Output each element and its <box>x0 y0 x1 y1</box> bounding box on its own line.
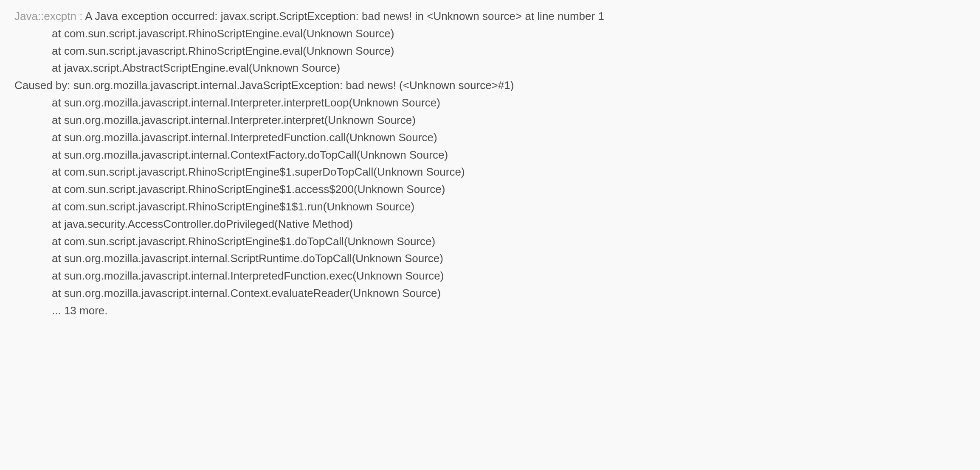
stack-frame: at sun.org.mozilla.javascript.internal.I… <box>14 112 966 129</box>
stack-frame: at sun.org.mozilla.javascript.internal.C… <box>14 146 966 164</box>
stack-frame: at com.sun.script.javascript.RhinoScript… <box>14 163 966 181</box>
exception-separator: : <box>76 10 85 22</box>
stack-frame-more: ... 13 more. <box>14 302 966 319</box>
exception-message: A Java exception occurred: javax.script.… <box>85 10 604 22</box>
stack-frame: at sun.org.mozilla.javascript.internal.I… <box>14 129 966 146</box>
stack-frame: at com.sun.script.javascript.RhinoScript… <box>14 198 966 215</box>
stack-frame: at com.sun.script.javascript.RhinoScript… <box>14 25 966 42</box>
stack-frame: at java.security.AccessController.doPriv… <box>14 215 966 233</box>
stack-frame: at sun.org.mozilla.javascript.internal.I… <box>14 94 966 112</box>
stack-frame: at com.sun.script.javascript.RhinoScript… <box>14 181 966 198</box>
stack-frame: at sun.org.mozilla.javascript.internal.C… <box>14 285 966 302</box>
stack-trace-container: Java::excptn : A Java exception occurred… <box>14 8 966 319</box>
stack-frame: at com.sun.script.javascript.RhinoScript… <box>14 233 966 250</box>
stack-frame: at sun.org.mozilla.javascript.internal.S… <box>14 250 966 267</box>
stack-frame: at sun.org.mozilla.javascript.internal.I… <box>14 267 966 285</box>
exception-class-label: Java::excptn <box>14 10 76 22</box>
stack-frame: at com.sun.script.javascript.RhinoScript… <box>14 42 966 60</box>
exception-header-line: Java::excptn : A Java exception occurred… <box>14 8 966 25</box>
stack-frame: at javax.script.AbstractScriptEngine.eva… <box>14 59 966 77</box>
caused-by-line: Caused by: sun.org.mozilla.javascript.in… <box>14 77 966 94</box>
